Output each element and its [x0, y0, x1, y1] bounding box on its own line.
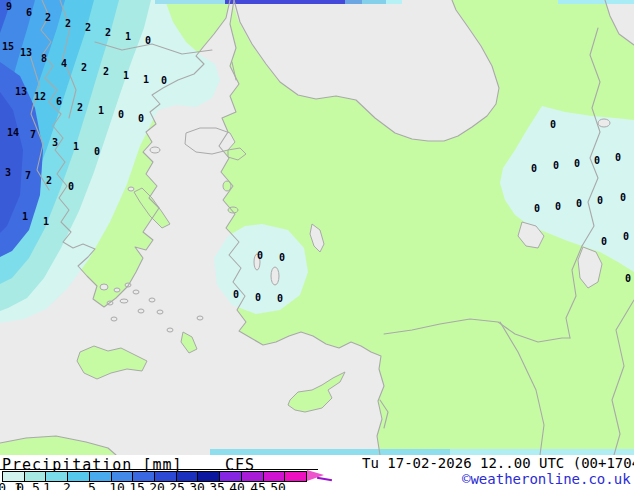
precip-value-label: 2 — [45, 12, 51, 23]
precip-value-label: 7 — [30, 129, 36, 140]
color-scale-ticks: 0.10.5125101520253035404550 — [0, 480, 340, 490]
island — [149, 298, 155, 302]
precip-value-label: 0 — [233, 289, 239, 300]
legend: Precipitation [mm] CFS 0.10.512510152025… — [0, 455, 634, 490]
precip-value-label: 1 — [143, 74, 149, 85]
precip-value-label: 2 — [46, 175, 52, 186]
color-scale-tick-label: 20 — [149, 480, 165, 490]
precip-value-label: 13 — [20, 47, 32, 58]
precip-value-label: 0 — [555, 201, 561, 212]
precip-value-label: 1 — [22, 211, 28, 222]
island — [128, 187, 134, 191]
precip-value-label: 2 — [81, 62, 87, 73]
precip-value-label: 2 — [65, 18, 71, 29]
precip-value-label: 2 — [105, 27, 111, 38]
map-canvas: 9622221015138422110131262100147310372011… — [0, 0, 634, 455]
precip-value-label: 0 — [594, 155, 600, 166]
precip-value-label: 4 — [61, 58, 67, 69]
precip-value-label: 6 — [56, 96, 62, 107]
color-scale-tick-label: 0.5 — [16, 480, 39, 490]
precip-value-label: 0 — [138, 113, 144, 124]
precip-value-label: 0 — [531, 163, 537, 174]
color-scale-tick-label: 10 — [109, 480, 125, 490]
precip-value-label: 1 — [73, 141, 79, 152]
precip-value-label: 0 — [118, 109, 124, 120]
precip-strip-segment — [558, 0, 634, 4]
island — [100, 284, 108, 290]
precip-value-label: 9 — [6, 1, 12, 12]
precip-value-label: 0 — [576, 198, 582, 209]
precip-value-label: 1 — [123, 70, 129, 81]
lake-sevan — [598, 119, 610, 127]
lake — [271, 267, 279, 285]
island — [197, 316, 203, 320]
precip-value-label: 2 — [77, 102, 83, 113]
precip-value-label: 0 — [255, 292, 261, 303]
island — [138, 309, 144, 313]
precip-value-label: 0 — [550, 119, 556, 130]
precip-value-label: 0 — [574, 158, 580, 169]
precip-value-label: 15 — [2, 41, 14, 52]
precip-value-label: 2 — [103, 66, 109, 77]
color-scale-tick-label: 40 — [229, 480, 245, 490]
island — [120, 299, 128, 303]
precip-value-label: 0 — [615, 152, 621, 163]
precip-value-label: 0 — [279, 252, 285, 263]
precip-value-label: 12 — [34, 91, 46, 102]
precip-value-label: 8 — [41, 53, 47, 64]
precip-value-label: 0 — [161, 75, 167, 86]
island — [157, 310, 163, 314]
color-scale-tick-label: 25 — [169, 480, 185, 490]
precip-value-label: 0 — [620, 192, 626, 203]
precip-value-label: 0 — [94, 146, 100, 157]
color-scale-tick-label: 2 — [63, 480, 71, 490]
island — [167, 328, 173, 332]
precip-strip-segment — [345, 0, 362, 4]
precip-value-label: 1 — [98, 105, 104, 116]
precip-value-label: 3 — [52, 137, 58, 148]
precip-value-label: 0 — [601, 236, 607, 247]
color-scale-tick-label: 1 — [43, 480, 51, 490]
weather-map: 9622221015138422110131262100147310372011… — [0, 0, 634, 455]
precip-value-label: 0 — [553, 160, 559, 171]
precip-value-label: 0 — [145, 35, 151, 46]
island — [133, 290, 139, 294]
precip-value-label: 0 — [534, 203, 540, 214]
legend-underline — [0, 469, 318, 470]
color-scale-tick-label: 50 — [270, 480, 286, 490]
precip-value-label: 2 — [85, 22, 91, 33]
precip-strip-segment — [225, 0, 345, 4]
precip-value-label: 1 — [43, 216, 49, 227]
color-scale-tick-label: 15 — [129, 480, 145, 490]
precip-value-label: 0 — [623, 231, 629, 242]
copyright: ©weatheronline.co.uk — [462, 471, 631, 487]
precip-value-label: 14 — [7, 127, 19, 138]
timestamp: Tu 17-02-2026 12..00 UTC (00+1704 — [362, 455, 634, 471]
precip-value-label: 7 — [25, 170, 31, 181]
precip-strip-top — [155, 0, 634, 4]
precip-strip-segment — [362, 0, 386, 4]
precip-strip-segment — [386, 0, 402, 4]
precip-value-label: 13 — [15, 86, 27, 97]
precip-value-label: 3 — [5, 167, 11, 178]
precip-value-label: 6 — [26, 7, 32, 18]
color-scale-tick-label: 35 — [209, 480, 225, 490]
precip-value-label: 0 — [257, 250, 263, 261]
precip-value-label: 0 — [277, 293, 283, 304]
island — [150, 147, 160, 153]
precip-value-label: 0 — [597, 195, 603, 206]
color-scale-tick-label: 5 — [88, 480, 96, 490]
precip-value-label: 0 — [625, 273, 631, 284]
precip-value-label: 0 — [68, 181, 74, 192]
precip-value-label: 1 — [125, 31, 131, 42]
color-scale-tick-label: 45 — [250, 480, 266, 490]
color-scale-tick-label: 30 — [189, 480, 205, 490]
island — [114, 288, 120, 292]
weather-map-page: 9622221015138422110131262100147310372011… — [0, 0, 634, 490]
island — [111, 317, 117, 321]
precip-strip-segment — [155, 0, 225, 4]
